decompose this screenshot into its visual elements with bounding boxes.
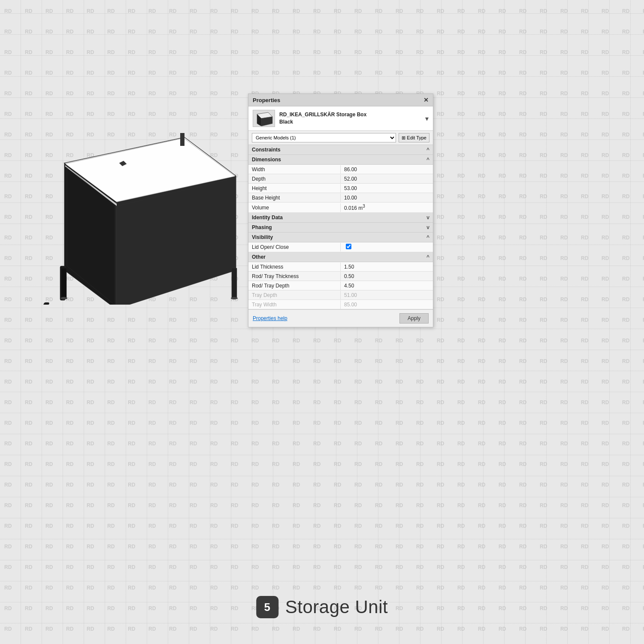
constraints-collapse-icon[interactable]: ^ — [426, 147, 429, 153]
visibility-collapse-icon[interactable]: ^ — [426, 234, 429, 240]
label-badge: 5 — [256, 596, 278, 618]
dimensions-collapse-icon[interactable]: ^ — [426, 157, 429, 163]
object-dropdown-arrow[interactable]: ▾ — [425, 115, 429, 123]
properties-help-link[interactable]: Properties help — [253, 315, 287, 321]
prop-tray-width: Tray Width 85.00 — [248, 300, 433, 309]
section-phasing[interactable]: Phasing v — [248, 223, 433, 233]
svg-marker-20 — [261, 117, 272, 126]
identity-collapse-icon[interactable]: v — [426, 215, 429, 221]
bottom-label: 5 Storage Unit — [256, 596, 388, 618]
prop-lid-open-close: Lid Open/ Close — [248, 242, 433, 252]
panel-title: Properties — [253, 97, 280, 103]
svg-rect-6 — [35, 302, 49, 305]
panel-footer: Properties help Apply — [248, 309, 433, 327]
prop-base-height: Base Height 10.00 — [248, 193, 433, 203]
section-identity-data[interactable]: Identity Data v — [248, 213, 433, 223]
prop-width: Width 86.00 — [248, 165, 433, 174]
apply-button[interactable]: Apply — [399, 313, 429, 324]
svg-point-11 — [60, 297, 67, 299]
prop-tray-depth: Tray Depth 51.00 — [248, 290, 433, 300]
svg-marker-8 — [61, 268, 67, 298]
label-title: Storage Unit — [285, 597, 388, 617]
prop-volume: Volume 0.016 m3 — [248, 203, 433, 213]
section-dimensions[interactable]: Dimensions ^ — [248, 155, 433, 165]
prop-height: Height 53.00 — [248, 184, 433, 193]
phasing-collapse-icon[interactable]: v — [426, 224, 429, 230]
box-illustration — [26, 120, 245, 305]
prop-rod-tray-depth: Rod/ Tray Depth 4.50 — [248, 281, 433, 290]
svg-rect-7 — [180, 133, 184, 146]
other-collapse-icon[interactable]: ^ — [426, 254, 429, 260]
panel-close-button[interactable]: ✕ — [423, 97, 429, 103]
svg-marker-10 — [232, 268, 237, 298]
object-header: RD_IKEA_GRILLSKÄR Storage Box Black ▾ — [248, 106, 433, 131]
section-visibility[interactable]: Visibility ^ — [248, 233, 433, 242]
section-other[interactable]: Other ^ — [248, 252, 433, 262]
prop-rod-tray-thickness: Rod/ Tray Thickness 0.50 — [248, 272, 433, 281]
category-select[interactable]: Generic Models (1) — [252, 133, 396, 142]
svg-point-12 — [231, 297, 238, 299]
prop-depth: Depth 52.00 — [248, 174, 433, 184]
edit-type-icon: ⊞ — [402, 135, 405, 141]
category-row: Generic Models (1) ⊞ Edit Type — [248, 131, 433, 145]
object-name: RD_IKEA_GRILLSKÄR Storage Box Black — [279, 111, 421, 126]
section-constraints[interactable]: Constraints ^ — [248, 145, 433, 155]
edit-type-button[interactable]: ⊞ Edit Type — [399, 133, 429, 142]
object-thumbnail — [253, 110, 275, 127]
panel-titlebar: Properties ✕ — [248, 94, 433, 106]
lid-open-close-checkbox[interactable] — [346, 244, 351, 249]
prop-lid-thickness: Lid Thickness 1.50 — [248, 262, 433, 272]
properties-panel: Properties ✕ RD_IKEA_GRILLSKÄR Storage B… — [248, 94, 433, 327]
